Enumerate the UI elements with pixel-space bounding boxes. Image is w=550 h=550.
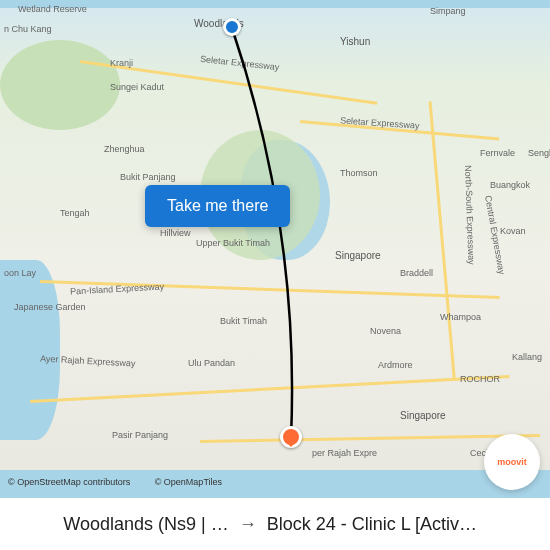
arrow-right-icon: → <box>239 514 257 535</box>
water-left <box>0 260 60 440</box>
map-label: Tengah <box>60 208 90 218</box>
map-label: Bukit Timah <box>220 316 267 326</box>
attribution: © OpenStreetMap contributors © OpenMapTi… <box>8 477 244 487</box>
to-location[interactable]: Block 24 - Clinic L [Active Ce… <box>267 514 487 535</box>
map-label: Ardmore <box>378 360 413 370</box>
map-label: Kovan <box>500 226 526 236</box>
map-label: Novena <box>370 326 401 336</box>
map-label: Yishun <box>340 36 370 47</box>
take-me-there-button[interactable]: Take me there <box>145 185 290 227</box>
map-label: Wetland Reserve <box>18 4 87 14</box>
road <box>200 434 540 443</box>
map-label: Singapore <box>335 250 381 261</box>
map-label: Simpang <box>430 6 466 16</box>
road <box>429 101 456 380</box>
map-label: Singapore <box>400 410 446 421</box>
map-label: Whampoa <box>440 312 481 322</box>
map-label: n Chu Kang <box>4 24 52 34</box>
map-label: Kranji <box>110 58 133 68</box>
from-location[interactable]: Woodlands (Ns9 | … <box>63 514 228 535</box>
start-marker-icon[interactable] <box>223 18 241 36</box>
route-footer: Woodlands (Ns9 | … → Block 24 - Clinic L… <box>0 498 550 550</box>
map-label: Sungei Kadut <box>110 82 164 92</box>
map-label: Buangkok <box>490 180 530 190</box>
map-label: Japanese Garden <box>14 302 86 312</box>
green-patch <box>0 40 120 130</box>
map-label: Fernvale <box>480 148 515 158</box>
road <box>30 375 509 403</box>
end-marker-icon[interactable] <box>280 426 302 448</box>
map-label: Seletar Expressway <box>200 54 280 72</box>
map-label: ROCHOR <box>460 374 500 384</box>
map-label: oon Lay <box>4 268 36 278</box>
map-label: Braddell <box>400 268 433 278</box>
map-label: Pasir Panjang <box>112 430 168 440</box>
map-label: Sengk <box>528 148 550 158</box>
osm-attribution[interactable]: © OpenStreetMap contributors <box>8 477 130 487</box>
map-label: Kallang <box>512 352 542 362</box>
map-label: Thomson <box>340 168 378 178</box>
map-label: North-South Expressway <box>463 165 476 265</box>
moovit-logo-icon: moovit <box>497 458 527 467</box>
map-canvas[interactable]: Wetland Reserve n Chu Kang Kranji Sungei… <box>0 0 550 550</box>
map-label: Ulu Pandan <box>188 358 235 368</box>
tiles-attribution[interactable]: © OpenMapTiles <box>155 477 222 487</box>
moovit-badge[interactable]: moovit <box>484 434 540 490</box>
map-label: Hillview <box>160 228 191 238</box>
map-label: Bukit Panjang <box>120 172 176 182</box>
map-label: per Rajah Expre <box>312 448 377 458</box>
map-label: Upper Bukit Timah <box>196 238 270 248</box>
map-label: Zhenghua <box>104 144 145 154</box>
